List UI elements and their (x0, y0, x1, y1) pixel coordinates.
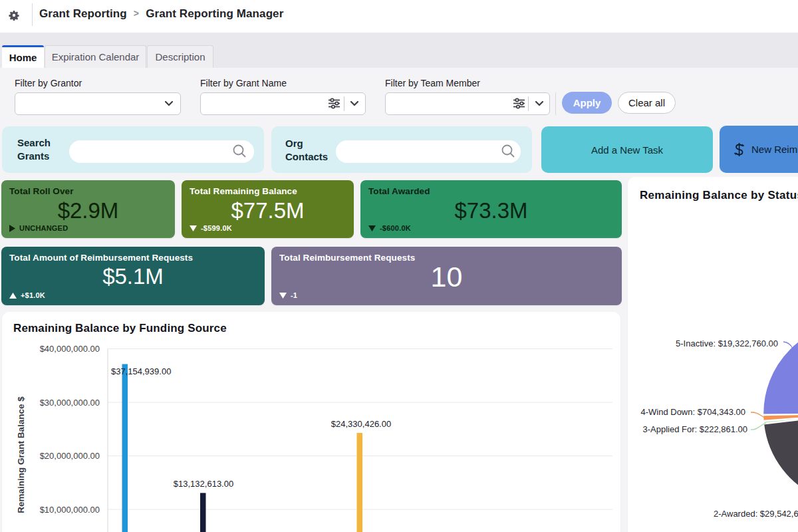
svg-text:$40,000,000.00: $40,000,000.00 (40, 344, 100, 354)
svg-text:Remaining Grant Balance $: Remaining Grant Balance $ (16, 396, 26, 513)
svg-text:4-Wind Down: $704,343.00: 4-Wind Down: $704,343.00 (640, 407, 745, 417)
svg-text:$13,132,613.00: $13,132,613.00 (174, 479, 233, 489)
svg-text:3-Applied For: $222,861.00: 3-Applied For: $222,861.00 (642, 424, 747, 434)
svg-text:$20,000,000.00: $20,000,000.00 (40, 451, 100, 461)
svg-text:$30,000,000.00: $30,000,000.00 (40, 398, 100, 408)
svg-text:$10,000,000.00: $10,000,000.00 (40, 505, 100, 515)
svg-text:$37,154,939.00: $37,154,939.00 (111, 366, 171, 376)
svg-text:5-Inactive: $19,322,760.00: 5-Inactive: $19,322,760.00 (676, 338, 778, 348)
svg-text:$24,330,426.00: $24,330,426.00 (331, 419, 391, 429)
svg-text:2-Awarded: $29,542,6: 2-Awarded: $29,542,6 (714, 509, 798, 519)
